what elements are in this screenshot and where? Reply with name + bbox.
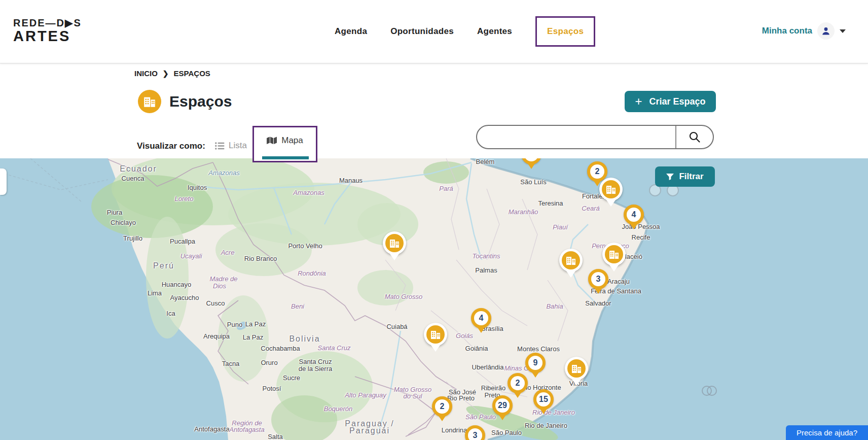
cluster-count: 3: [473, 431, 478, 440]
space-marker[interactable]: [599, 178, 623, 201]
building-icon: [567, 359, 586, 378]
watermark-ring-icon: [707, 386, 717, 396]
space-marker[interactable]: [383, 231, 406, 255]
nav-item-espacos[interactable]: Espaços: [535, 16, 595, 47]
active-view-underline: [262, 156, 309, 159]
space-marker[interactable]: [602, 243, 626, 266]
building-icon: [605, 245, 623, 263]
cluster-marker[interactable]: 2: [432, 396, 452, 417]
view-option-list[interactable]: Lista: [215, 141, 247, 151]
building-icon: [562, 251, 580, 269]
page-title: Espaços: [169, 93, 232, 110]
chevron-down-icon[interactable]: [840, 29, 846, 33]
cluster-count: 2: [516, 379, 520, 388]
building-icon: [385, 234, 404, 252]
map-canvas[interactable]: EcuadorCuencaPiuraChiclayoTrujilloIquito…: [0, 158, 868, 440]
user-avatar-icon[interactable]: [817, 22, 835, 40]
create-space-label: Criar Espaço: [649, 96, 705, 107]
building-icon: [426, 325, 445, 344]
cluster-count: 2: [529, 158, 534, 159]
map-base-layer: [0, 158, 868, 440]
cluster-marker[interactable]: 4: [624, 205, 644, 225]
account-label[interactable]: Minha conta: [762, 26, 812, 36]
page: REDE—D▶S ARTES Agenda Oportunidades Agen…: [0, 0, 868, 440]
search-bar: [476, 125, 714, 149]
logo[interactable]: REDE—D▶S ARTES: [13, 17, 82, 44]
breadcrumb-separator-icon: ❯: [163, 70, 169, 78]
cluster-count: 4: [479, 314, 484, 323]
breadcrumb: INICIO ❯ ESPAÇOS: [134, 69, 210, 78]
plus-icon: +: [635, 96, 642, 107]
cluster-marker[interactable]: 2: [508, 373, 528, 393]
view-list-label: Lista: [229, 141, 247, 151]
cluster-count: 29: [498, 401, 507, 410]
cluster-marker[interactable]: 2: [587, 161, 607, 182]
cluster-count: 2: [595, 167, 600, 176]
breadcrumb-current: ESPAÇOS: [174, 69, 210, 78]
create-space-button[interactable]: + Criar Espaço: [625, 91, 716, 112]
search-input[interactable]: [477, 126, 675, 148]
cluster-marker[interactable]: 29: [492, 395, 513, 416]
cluster-marker[interactable]: 3: [588, 269, 608, 289]
cluster-count: 2: [440, 402, 445, 411]
search-icon: [689, 131, 701, 143]
spaces-building-icon: [138, 90, 161, 113]
space-marker[interactable]: [559, 249, 583, 272]
list-icon: [215, 142, 225, 150]
breadcrumb-home[interactable]: INICIO: [134, 69, 158, 78]
building-icon: [602, 180, 620, 198]
cluster-marker[interactable]: 9: [525, 353, 546, 373]
space-marker[interactable]: [565, 357, 588, 380]
help-button[interactable]: Precisa de ajuda?: [786, 425, 868, 440]
header: REDE—D▶S ARTES Agenda Oportunidades Agen…: [0, 0, 868, 63]
filter-label: Filtrar: [679, 172, 703, 182]
nav-item-agentes[interactable]: Agentes: [477, 26, 512, 37]
main-nav: Agenda Oportunidades Agentes Espaços: [335, 0, 595, 63]
cluster-count: 9: [533, 358, 538, 367]
view-option-map[interactable]: Mapa: [252, 126, 317, 162]
cluster-marker[interactable]: 15: [533, 389, 554, 410]
map-side-panel-handle[interactable]: [0, 168, 7, 195]
logo-top-text: REDE—D▶S: [13, 17, 82, 28]
filter-funnel-icon: [666, 174, 674, 180]
map-icon: [267, 137, 277, 145]
view-map-label: Mapa: [281, 136, 303, 146]
space-marker[interactable]: [424, 323, 447, 346]
cluster-count: 15: [539, 395, 548, 404]
filter-button[interactable]: Filtrar: [655, 166, 715, 187]
nav-item-oportunidades[interactable]: Oportunidades: [390, 26, 454, 37]
cluster-count: 3: [596, 275, 601, 284]
view-as-label: Visualizar como:: [137, 141, 205, 151]
logo-bottom-text: ARTES: [13, 28, 82, 44]
cluster-count: 4: [632, 210, 636, 219]
cluster-marker[interactable]: 4: [471, 308, 491, 328]
search-button[interactable]: [676, 126, 713, 148]
account-menu[interactable]: Minha conta: [762, 22, 846, 40]
nav-item-agenda[interactable]: Agenda: [335, 26, 367, 37]
